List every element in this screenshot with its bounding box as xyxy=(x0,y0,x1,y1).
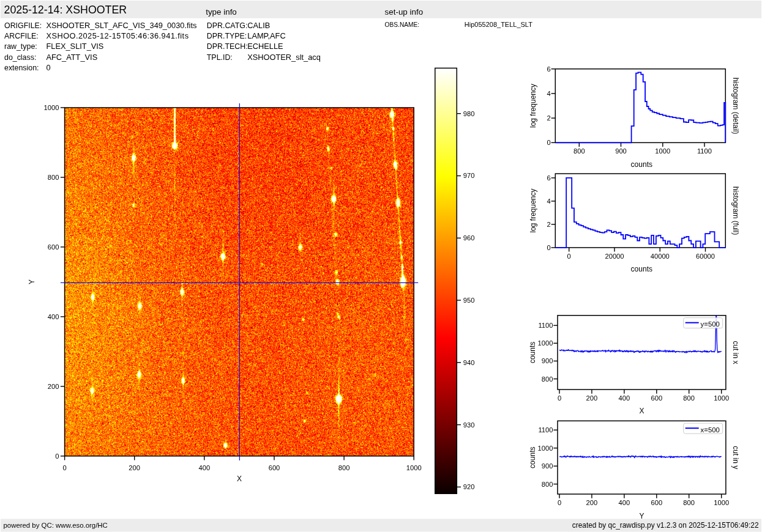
svg-text:TPL.ID:: TPL.ID: xyxy=(207,53,233,62)
svg-text:1000: 1000 xyxy=(406,464,422,471)
svg-text:40000: 40000 xyxy=(651,253,670,260)
svg-text:0: 0 xyxy=(558,499,561,506)
svg-text:FLEX_SLIT_VIS: FLEX_SLIT_VIS xyxy=(47,42,104,51)
svg-text:1000: 1000 xyxy=(714,499,729,506)
svg-text:powered by QC: www.eso.org/HC: powered by QC: www.eso.org/HC xyxy=(4,522,108,529)
svg-text:400: 400 xyxy=(619,394,630,402)
svg-text:4: 4 xyxy=(547,90,551,97)
svg-text:histogram (detail): histogram (detail) xyxy=(731,78,740,135)
svg-text:DPR.CATG:: DPR.CATG: xyxy=(207,21,248,30)
svg-text:Y: Y xyxy=(639,512,644,520)
svg-text:800: 800 xyxy=(573,147,585,155)
svg-text:DPR.TYPE:: DPR.TYPE: xyxy=(207,32,247,40)
svg-text:1000: 1000 xyxy=(538,339,553,347)
svg-text:800: 800 xyxy=(542,481,553,488)
svg-text:1000: 1000 xyxy=(538,445,553,452)
svg-text:6: 6 xyxy=(547,174,551,182)
svg-text:920: 920 xyxy=(463,483,475,490)
svg-text:created by qc_rawdisp.py v1.2.: created by qc_rawdisp.py v1.2.3 on 2025-… xyxy=(572,521,759,530)
svg-text:400: 400 xyxy=(48,313,59,320)
svg-text:900: 900 xyxy=(542,357,553,364)
svg-text:200: 200 xyxy=(48,383,59,390)
svg-text:2025-12-14: XSHOOTER: 2025-12-14: XSHOOTER xyxy=(4,4,127,16)
svg-text:OBS.NAME:: OBS.NAME: xyxy=(385,21,420,28)
svg-text:histogram (full): histogram (full) xyxy=(731,187,740,235)
svg-text:800: 800 xyxy=(542,375,553,383)
svg-text:counts: counts xyxy=(529,447,537,468)
svg-text:1100: 1100 xyxy=(697,147,712,155)
svg-text:ARCFILE:: ARCFILE: xyxy=(4,32,39,40)
svg-text:counts: counts xyxy=(529,342,537,363)
svg-text:2: 2 xyxy=(547,221,551,228)
svg-text:900: 900 xyxy=(615,147,627,155)
svg-text:1100: 1100 xyxy=(538,426,553,434)
svg-text:800: 800 xyxy=(338,464,350,471)
svg-text:0: 0 xyxy=(47,63,51,72)
svg-text:0: 0 xyxy=(547,139,551,146)
svg-text:log frequency: log frequency xyxy=(529,84,537,128)
svg-text:6: 6 xyxy=(547,65,551,73)
svg-text:X: X xyxy=(639,407,644,415)
svg-text:CALIB: CALIB xyxy=(247,21,270,30)
svg-text:raw_type:: raw_type: xyxy=(4,42,37,51)
svg-text:counts: counts xyxy=(631,265,652,273)
svg-text:0: 0 xyxy=(567,253,571,260)
svg-text:X: X xyxy=(237,475,242,483)
svg-text:x=500: x=500 xyxy=(701,426,720,434)
svg-text:900: 900 xyxy=(542,462,553,470)
svg-text:200: 200 xyxy=(586,499,598,506)
svg-text:960: 960 xyxy=(463,234,475,242)
svg-text:950: 950 xyxy=(463,297,475,304)
svg-text:Hip055208_TELL_SLT: Hip055208_TELL_SLT xyxy=(465,21,532,28)
svg-text:extension:: extension: xyxy=(4,64,39,72)
svg-text:log frequency: log frequency xyxy=(529,188,537,232)
svg-text:600: 600 xyxy=(651,394,662,402)
svg-text:AFC_ATT_VIS: AFC_ATT_VIS xyxy=(47,53,98,62)
svg-text:LAMP,AFC: LAMP,AFC xyxy=(247,31,285,40)
svg-text:set-up info: set-up info xyxy=(385,7,424,17)
svg-text:cut in y: cut in y xyxy=(731,446,740,469)
svg-text:XSHOOTER_SLT_AFC_VIS_349_0030.: XSHOOTER_SLT_AFC_VIS_349_0030.fits xyxy=(47,21,197,30)
svg-text:XSHOO.2025-12-15T05:46:36.941.: XSHOO.2025-12-15T05:46:36.941.fits xyxy=(47,31,189,40)
svg-text:0: 0 xyxy=(547,244,551,251)
svg-text:1000: 1000 xyxy=(655,147,670,155)
svg-text:400: 400 xyxy=(619,499,630,506)
svg-text:2: 2 xyxy=(547,114,551,122)
svg-text:970: 970 xyxy=(463,172,475,179)
svg-text:930: 930 xyxy=(463,421,475,429)
svg-text:940: 940 xyxy=(463,359,475,366)
svg-text:600: 600 xyxy=(651,499,662,506)
svg-text:600: 600 xyxy=(269,464,280,471)
svg-text:1000: 1000 xyxy=(714,394,729,402)
svg-text:980: 980 xyxy=(463,110,475,117)
svg-text:counts: counts xyxy=(631,160,652,169)
svg-text:0: 0 xyxy=(55,453,59,460)
svg-text:800: 800 xyxy=(683,499,695,506)
svg-text:800: 800 xyxy=(48,174,59,181)
svg-text:400: 400 xyxy=(198,464,210,471)
svg-text:type info: type info xyxy=(206,7,237,17)
svg-text:DPR.TECH:: DPR.TECH: xyxy=(207,42,248,51)
svg-text:600: 600 xyxy=(48,243,59,251)
svg-text:60000: 60000 xyxy=(696,253,715,260)
svg-text:ORIGFILE:: ORIGFILE: xyxy=(4,21,42,30)
svg-text:20000: 20000 xyxy=(605,253,624,260)
svg-text:y=500: y=500 xyxy=(701,320,720,328)
svg-text:cut in x: cut in x xyxy=(731,341,740,364)
svg-text:4: 4 xyxy=(547,198,551,205)
svg-text:0: 0 xyxy=(558,394,561,402)
svg-text:200: 200 xyxy=(129,464,140,471)
svg-text:Y: Y xyxy=(28,279,36,284)
svg-text:800: 800 xyxy=(683,394,695,402)
svg-text:1000: 1000 xyxy=(44,104,59,111)
svg-text:0: 0 xyxy=(62,464,66,471)
svg-text:ECHELLE: ECHELLE xyxy=(247,42,283,51)
svg-text:1100: 1100 xyxy=(538,322,553,329)
svg-text:do_class:: do_class: xyxy=(4,53,36,62)
svg-text:XSHOOTER_slt_acq: XSHOOTER_slt_acq xyxy=(247,53,320,62)
svg-text:200: 200 xyxy=(586,394,598,402)
